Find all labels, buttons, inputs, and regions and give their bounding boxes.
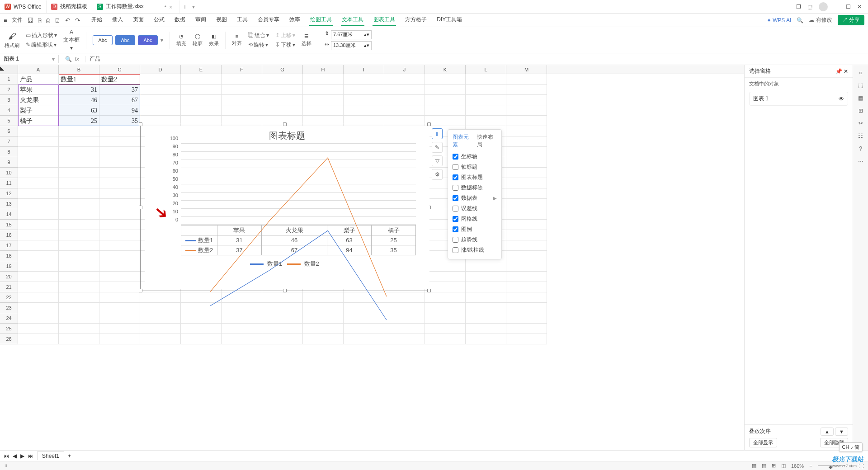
- cell[interactable]: [18, 136, 59, 147]
- cell[interactable]: [506, 188, 547, 199]
- cell[interactable]: [99, 209, 140, 220]
- tab-file[interactable]: S 工作簿数量.xlsx • ×: [92, 0, 179, 13]
- close-icon[interactable]: ✕: [844, 68, 848, 75]
- row-header[interactable]: 7: [0, 136, 18, 147]
- menu-tab[interactable]: 图表工具: [373, 14, 396, 26]
- minimize-icon[interactable]: —: [834, 4, 840, 10]
- cell[interactable]: [59, 261, 99, 272]
- wps-ai[interactable]: ✦ WPS AI: [767, 17, 792, 24]
- move-down[interactable]: ↧ 下移 ▾: [275, 41, 295, 49]
- cell[interactable]: [59, 157, 99, 168]
- next-icon[interactable]: ▶: [20, 453, 24, 459]
- cell[interactable]: [99, 303, 140, 313]
- cell[interactable]: 67: [99, 95, 140, 105]
- cell[interactable]: [262, 74, 303, 85]
- popup-item[interactable]: 图表标题: [451, 172, 499, 183]
- cell[interactable]: [18, 188, 59, 199]
- export-icon[interactable]: ⎘: [38, 17, 42, 24]
- cell[interactable]: [59, 209, 99, 220]
- cell[interactable]: [18, 147, 59, 157]
- popup-tab-layout[interactable]: 快速布局: [477, 133, 497, 149]
- col-header[interactable]: M: [506, 65, 547, 74]
- row-header[interactable]: 26: [0, 334, 18, 344]
- cell[interactable]: [140, 324, 181, 334]
- cell[interactable]: [344, 95, 384, 105]
- cell[interactable]: [140, 95, 181, 105]
- cell[interactable]: [59, 303, 99, 313]
- cell[interactable]: [222, 85, 262, 95]
- cell[interactable]: [384, 105, 425, 116]
- prev-icon[interactable]: ◀: [13, 453, 17, 459]
- share-button[interactable]: ↗ 分享: [838, 15, 864, 25]
- cell[interactable]: [262, 85, 303, 95]
- object-item[interactable]: 图表 1 👁: [749, 92, 848, 106]
- undo-icon[interactable]: ↶: [65, 17, 71, 24]
- col-header[interactable]: E: [181, 65, 222, 74]
- cell[interactable]: [18, 126, 59, 136]
- popup-item[interactable]: 图例: [451, 224, 499, 235]
- search-icon[interactable]: 🔍: [65, 56, 72, 62]
- close-icon[interactable]: ✕: [857, 4, 862, 10]
- cell[interactable]: [506, 272, 547, 282]
- tab-wps[interactable]: W WPS Office: [0, 0, 47, 13]
- cell[interactable]: [466, 272, 506, 282]
- fill[interactable]: ◔填充: [176, 33, 186, 47]
- cell[interactable]: [99, 188, 140, 199]
- row-header[interactable]: 10: [0, 168, 18, 178]
- menu-tab[interactable]: 审阅: [194, 14, 207, 26]
- cell[interactable]: [18, 209, 59, 220]
- move-down-btn[interactable]: ▼: [835, 428, 848, 436]
- avatar[interactable]: [819, 2, 828, 11]
- cell[interactable]: [506, 292, 547, 303]
- chart-styles-button[interactable]: ✎: [432, 142, 443, 153]
- cell[interactable]: 63: [59, 105, 99, 116]
- cell[interactable]: 37: [99, 85, 140, 95]
- view-normal-icon[interactable]: ▦: [752, 463, 756, 469]
- cell[interactable]: 35: [99, 116, 140, 126]
- cell[interactable]: [344, 105, 384, 116]
- cell[interactable]: [466, 303, 506, 313]
- cell[interactable]: [59, 240, 99, 251]
- cell[interactable]: [506, 74, 547, 85]
- col-header[interactable]: C: [99, 65, 140, 74]
- row-header[interactable]: 14: [0, 209, 18, 220]
- tool-icon[interactable]: ✂: [859, 120, 863, 127]
- ime-indicator[interactable]: CH ♪ 简: [839, 442, 863, 452]
- row-header[interactable]: 22: [0, 292, 18, 303]
- move-up-btn[interactable]: ▲: [821, 428, 834, 436]
- popup-item[interactable]: 数据标签: [451, 183, 499, 193]
- cell[interactable]: [99, 168, 140, 178]
- show-all-btn[interactable]: 全部显示: [749, 438, 777, 447]
- cell[interactable]: [140, 74, 181, 85]
- col-header[interactable]: G: [262, 65, 303, 74]
- cell[interactable]: [425, 334, 466, 344]
- cell[interactable]: [506, 209, 547, 220]
- row-header[interactable]: 13: [0, 199, 18, 209]
- row-header[interactable]: 23: [0, 303, 18, 313]
- cell[interactable]: [59, 147, 99, 157]
- effect[interactable]: ◧效果: [209, 33, 219, 47]
- cell[interactable]: [18, 334, 59, 344]
- pin-icon[interactable]: 📌: [835, 68, 842, 75]
- popup-item[interactable]: 网格线: [451, 214, 499, 224]
- cell[interactable]: [59, 136, 99, 147]
- row-header[interactable]: 17: [0, 240, 18, 251]
- popup-item[interactable]: 误差线: [451, 203, 499, 214]
- cell[interactable]: [99, 251, 140, 261]
- tool-icon[interactable]: ▦: [858, 95, 863, 101]
- col-header[interactable]: L: [466, 65, 506, 74]
- cell[interactable]: [18, 272, 59, 282]
- cell[interactable]: [506, 334, 547, 344]
- height-input[interactable]: 7.67厘米▴▾: [331, 30, 372, 39]
- menu-tab[interactable]: 插入: [111, 14, 124, 26]
- cell[interactable]: [59, 178, 99, 188]
- cell[interactable]: [466, 95, 506, 105]
- formula-input[interactable]: 产品: [86, 55, 868, 63]
- menu-tab[interactable]: 工具: [236, 14, 249, 26]
- cell[interactable]: [384, 95, 425, 105]
- last-icon[interactable]: ⏭: [28, 453, 33, 459]
- cell[interactable]: [344, 85, 384, 95]
- cell[interactable]: [466, 292, 506, 303]
- cell[interactable]: [99, 272, 140, 282]
- cell[interactable]: [506, 324, 547, 334]
